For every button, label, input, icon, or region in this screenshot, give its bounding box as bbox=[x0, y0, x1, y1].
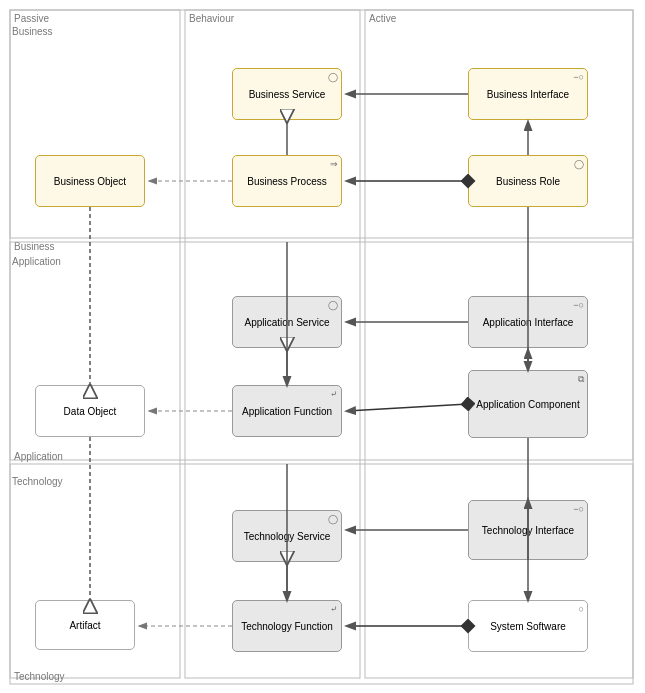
system-software-icon: ○ bbox=[579, 604, 584, 616]
node-business-process[interactable]: Business Process ⇒ bbox=[232, 155, 342, 207]
business-service-icon: ◯ bbox=[328, 72, 338, 84]
node-business-object[interactable]: Business Object bbox=[35, 155, 145, 207]
business-interface-icon: −○ bbox=[573, 72, 584, 84]
business-role-icon: ◯ bbox=[574, 159, 584, 171]
row-label-business: Business bbox=[12, 26, 53, 37]
node-technology-function[interactable]: Technology Function ⤶ bbox=[232, 600, 342, 652]
diagram-container: Passive Behaviour Active Business Applic… bbox=[0, 0, 645, 693]
node-application-component[interactable]: Application Component ⧉ bbox=[468, 370, 588, 438]
technology-interface-icon: −○ bbox=[573, 504, 584, 516]
svg-text:Application: Application bbox=[14, 451, 63, 462]
node-business-service[interactable]: Business Service ◯ bbox=[232, 68, 342, 120]
node-technology-interface[interactable]: Technology Interface −○ bbox=[468, 500, 588, 560]
application-service-icon: ◯ bbox=[328, 300, 338, 312]
node-business-role[interactable]: Business Role ◯ bbox=[468, 155, 588, 207]
node-business-interface[interactable]: Business Interface −○ bbox=[468, 68, 588, 120]
svg-rect-0 bbox=[10, 10, 180, 678]
application-interface-icon: −○ bbox=[573, 300, 584, 312]
technology-service-icon: ◯ bbox=[328, 514, 338, 526]
svg-text:Technology: Technology bbox=[14, 671, 65, 682]
svg-text:Passive: Passive bbox=[14, 13, 49, 24]
node-artifact[interactable]: Artifact bbox=[35, 600, 135, 650]
row-label-application: Application bbox=[12, 256, 61, 267]
application-component-icon: ⧉ bbox=[578, 374, 584, 386]
row-label-technology: Technology bbox=[12, 476, 63, 487]
node-technology-service[interactable]: Technology Service ◯ bbox=[232, 510, 342, 562]
svg-text:Behaviour: Behaviour bbox=[189, 13, 235, 24]
node-application-function[interactable]: Application Function ⤶ bbox=[232, 385, 342, 437]
node-data-object[interactable]: Data Object bbox=[35, 385, 145, 437]
business-process-icon: ⇒ bbox=[330, 159, 338, 171]
technology-function-icon: ⤶ bbox=[330, 604, 338, 616]
node-application-service[interactable]: Application Service ◯ bbox=[232, 296, 342, 348]
application-function-icon: ⤶ bbox=[330, 389, 338, 401]
svg-text:Business: Business bbox=[14, 241, 55, 252]
node-system-software[interactable]: System Software ○ bbox=[468, 600, 588, 652]
node-application-interface[interactable]: Application Interface −○ bbox=[468, 296, 588, 348]
svg-text:Active: Active bbox=[369, 13, 397, 24]
